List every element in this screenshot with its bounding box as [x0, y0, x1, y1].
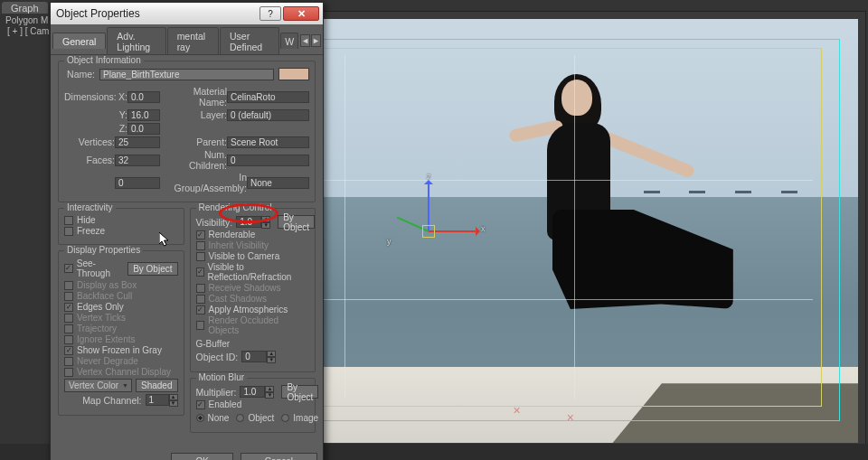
bg-tab-graph[interactable]: Graph: [2, 2, 48, 14]
vertices: 25: [115, 136, 160, 148]
spinner-map-channel[interactable]: 1 ▲▼: [146, 394, 178, 407]
group-display-properties: Display Properties See-Through By Object…: [58, 250, 184, 416]
chk-vertex-channel-display[interactable]: Vertex Channel Display: [64, 367, 178, 377]
tab-adv-lighting[interactable]: Adv. Lighting: [107, 27, 165, 54]
chk-receive-shadows[interactable]: Receive Shadows: [196, 283, 310, 293]
layer: 0 (default): [227, 109, 309, 121]
chk-vertex-ticks[interactable]: Vertex Ticks: [64, 313, 178, 323]
btn-mb-by-object[interactable]: By Object: [281, 385, 318, 399]
blank-field: 0: [115, 177, 160, 189]
chk-inherit-visibility[interactable]: Inherit Visibility: [196, 240, 310, 250]
chk-see-through[interactable]: See-Through: [64, 258, 127, 278]
chk-show-frozen-gray[interactable]: Show Frozen in Gray: [64, 345, 178, 355]
btn-display-by-object[interactable]: By Object: [127, 262, 177, 276]
marker-cross: ×: [513, 403, 520, 418]
tab-user-defined[interactable]: User Defined: [220, 27, 279, 54]
help-button[interactable]: ?: [259, 6, 281, 21]
object-color-swatch[interactable]: [278, 68, 309, 80]
marker-cross: ×: [567, 410, 574, 425]
material-name: CelinaRoto: [227, 91, 309, 103]
ok-button[interactable]: OK: [171, 453, 232, 460]
chk-backface-cull[interactable]: Backface Cull: [64, 291, 178, 301]
dialog-titlebar[interactable]: Object Properties ? ✕: [51, 3, 323, 24]
tab-overflow[interactable]: W: [280, 33, 298, 49]
btn-render-by-object[interactable]: By Object: [278, 215, 315, 229]
close-button[interactable]: ✕: [283, 6, 319, 21]
cancel-button[interactable]: Cancel: [241, 453, 317, 460]
tab-scroll-right[interactable]: ►: [311, 34, 321, 47]
radio-mb-object[interactable]: Object: [236, 413, 274, 423]
tab-scroll-left[interactable]: ◄: [300, 34, 310, 47]
spinner-visibility[interactable]: 1.0 ▲▼: [236, 216, 270, 229]
object-properties-dialog[interactable]: Object Properties ? ✕ General Adv. Light…: [50, 2, 324, 460]
group-rendering-control: Rendering Control Visibility: 1.0 ▲▼ By …: [190, 208, 316, 372]
dim-z: 0.0: [127, 123, 160, 135]
chk-ignore-extents[interactable]: Ignore Extents: [64, 334, 178, 344]
group-interactivity: Interactivity Hide Freeze: [58, 208, 184, 245]
transform-gizmo[interactable]: z x y: [429, 231, 429, 232]
chk-visible-to-reflection[interactable]: Visible to Reflection/Refraction: [196, 262, 310, 282]
chk-trajectory[interactable]: Trajectory: [64, 324, 178, 333]
tab-mental-ray[interactable]: mental ray: [167, 27, 219, 54]
chk-hide[interactable]: Hide: [64, 215, 178, 225]
chk-apply-atmospherics[interactable]: Apply Atmospherics: [196, 305, 310, 314]
radio-mb-image[interactable]: Image: [281, 413, 318, 423]
group-object-information: Object Information Name: Plane_BirthText…: [58, 61, 316, 202]
tab-general[interactable]: General: [52, 33, 106, 49]
btn-shaded[interactable]: Shaded: [136, 379, 177, 392]
dim-y: 16.0: [127, 109, 160, 121]
chk-visible-to-camera[interactable]: Visible to Camera: [196, 251, 310, 261]
num-children: 0: [227, 155, 309, 166]
select-vertex-color[interactable]: Vertex Color: [64, 379, 132, 392]
faces: 32: [115, 155, 160, 166]
group-motion-blur: Motion Blur Multiplier: 1.0 ▲▼ By Object…: [190, 378, 316, 433]
chk-render-occluded[interactable]: Render Occluded Objects: [196, 315, 310, 335]
dialog-title: Object Properties: [56, 7, 140, 20]
chk-edges-only[interactable]: Edges Only: [64, 302, 178, 312]
chk-display-as-box[interactable]: Display as Box: [64, 280, 178, 290]
chk-freeze[interactable]: Freeze: [64, 226, 178, 236]
name-field[interactable]: Plane_BirthTexture: [99, 69, 274, 80]
spinner-object-id[interactable]: 0 ▲▼: [241, 351, 276, 363]
parent: Scene Root: [227, 136, 309, 148]
spinner-multiplier[interactable]: 1.0 ▲▼: [240, 386, 274, 399]
in-group: None: [247, 177, 309, 189]
chk-cast-shadows[interactable]: Cast Shadows: [196, 294, 310, 304]
dialog-tabs: General Adv. Lighting mental ray User De…: [51, 24, 323, 55]
radio-mb-none[interactable]: None: [196, 413, 230, 423]
chk-never-degrade[interactable]: Never Degrade: [64, 356, 178, 366]
dim-x: 0.0: [127, 91, 160, 103]
